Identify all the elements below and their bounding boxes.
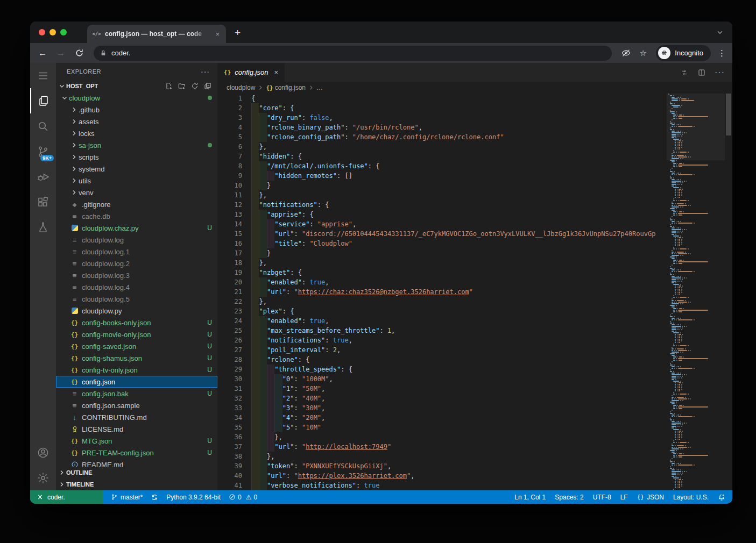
code-line-36[interactable]: 36},: [217, 432, 665, 442]
breadcrumb-folder[interactable]: cloudplow: [227, 84, 255, 91]
bookmark-star-icon[interactable]: ☆: [635, 48, 651, 58]
tree-file-config-json[interactable]: {}config.json: [56, 376, 217, 388]
code-line-21[interactable]: 21"url": "https://chaz:chaz3526@nzbget.3…: [217, 287, 665, 297]
code-line-40[interactable]: 40"url": "https://plex.3526harriet.com",: [217, 471, 665, 481]
activity-run-debug[interactable]: [30, 164, 56, 189]
code-line-33[interactable]: 33"3": "30M",: [217, 403, 665, 413]
tree-file-cloudplow-py[interactable]: cloudplow.py: [56, 305, 217, 317]
code-line-41[interactable]: 41"verbose_notifications": true: [217, 481, 665, 490]
reload-button[interactable]: [71, 48, 87, 58]
encoding-status[interactable]: UTF-8: [593, 494, 611, 501]
breadcrumb-symbol[interactable]: …: [316, 84, 323, 91]
back-button[interactable]: ←: [34, 48, 51, 58]
activity-settings[interactable]: [30, 465, 56, 490]
tab-search-chevron-icon[interactable]: [716, 28, 724, 36]
tree-file-cloudplow-log[interactable]: ≡cloudplow.log: [56, 234, 217, 246]
tree-file-pre-team-config-json[interactable]: {}PRE-TEAM-config.jsonU: [56, 447, 217, 459]
tree-file-license-md[interactable]: LICENSE.md: [56, 423, 217, 435]
eye-slash-icon[interactable]: [618, 48, 633, 58]
code-line-22[interactable]: 22},: [217, 297, 665, 306]
section-header-host-opt[interactable]: HOST_OPT: [56, 80, 217, 92]
code-lines[interactable]: 1{2"core": {3"dry_run": false,4"rclone_b…: [217, 94, 665, 490]
code-line-39[interactable]: 39"token": "PXNNXUEfYSCkUspGiiXj",: [217, 461, 665, 471]
new-file-icon[interactable]: [165, 82, 173, 90]
tree-file-config-movie-only-json[interactable]: {}config-movie-only.jsonU: [56, 328, 217, 340]
tree-file-cloudplow-chaz-py[interactable]: cloudplow.chaz.pyU: [56, 222, 217, 234]
code-line-4[interactable]: 4"rclone_binary_path": "/usr/bin/rclone"…: [217, 123, 665, 132]
code-line-16[interactable]: 16"title": "Cloudplow": [217, 239, 665, 248]
editor-more-actions-icon[interactable]: ···: [715, 68, 725, 77]
tree-file-mtg-json[interactable]: {}MTG.jsonU: [56, 435, 217, 447]
tree-file-cloudplow-log-2[interactable]: ≡cloudplow.log.2: [56, 258, 217, 269]
code-line-26[interactable]: 26"notifications": true,: [217, 335, 665, 345]
tree-folder-utils[interactable]: utils: [56, 175, 217, 187]
language-mode[interactable]: {} JSON: [637, 494, 664, 501]
tree-file-cache-db[interactable]: ≡cache.db: [56, 210, 217, 222]
tree-file--gitignore[interactable]: ◆.gitignore: [56, 198, 217, 210]
close-editor-tab-icon[interactable]: ×: [274, 68, 278, 76]
bell-icon[interactable]: [718, 494, 725, 501]
address-bar[interactable]: coder.: [94, 46, 612, 61]
tree-file-cloudplow-log-4[interactable]: ≡cloudplow.log.4: [56, 281, 217, 293]
tree-file-config-saved-json[interactable]: {}config-saved.jsonU: [56, 340, 217, 352]
code-line-20[interactable]: 20"enabled": true,: [217, 277, 665, 287]
tree-folder-sa-json[interactable]: sa-json: [56, 139, 217, 151]
code-line-19[interactable]: 19"nzbget": {: [217, 268, 665, 277]
close-tab-icon[interactable]: ×: [214, 30, 221, 38]
explorer-more-icon[interactable]: ···: [201, 67, 210, 76]
code-line-32[interactable]: 32"2": "40M",: [217, 394, 665, 403]
editor-tab-config-json[interactable]: {} config.json ×: [217, 63, 285, 82]
minimize-window-button[interactable]: [50, 29, 56, 35]
new-tab-button[interactable]: +: [235, 27, 241, 38]
tree-file-config-json-bak[interactable]: ≡config.json.bakU: [56, 388, 217, 399]
forward-button[interactable]: →: [53, 48, 69, 58]
tree-folder--github[interactable]: .github: [56, 104, 217, 116]
python-interpreter-status[interactable]: Python 3.9.2 64-bit: [166, 494, 221, 501]
minimap[interactable]: [667, 94, 725, 490]
code-line-25[interactable]: 25"max_streams_before_throttle": 1,: [217, 326, 665, 335]
code-line-12[interactable]: 12"notifications": {: [217, 200, 665, 210]
open-changes-icon[interactable]: [680, 68, 689, 77]
new-folder-icon[interactable]: [178, 82, 186, 90]
code-line-3[interactable]: 3"dry_run": false,: [217, 113, 665, 123]
code-editor[interactable]: 1{2"core": {3"dry_run": false,4"rclone_b…: [217, 94, 732, 490]
browser-tab[interactable]: </> config.json — host_opt — code ×: [87, 25, 226, 43]
tree-file-contributing-md[interactable]: ↓CONTRIBUTING.md: [56, 411, 217, 423]
tree-file-cloudplow-log-1[interactable]: ≡cloudplow.log.1: [56, 246, 217, 258]
breadcrumb-file[interactable]: config.json: [275, 84, 306, 91]
remote-indicator[interactable]: coder.: [30, 490, 103, 504]
code-line-28[interactable]: 28"rclone": {: [217, 355, 665, 365]
code-line-31[interactable]: 31"1": "50M",: [217, 384, 665, 394]
code-line-29[interactable]: 29"throttle_speeds": {: [217, 365, 665, 374]
tree-file-config-shamus-json[interactable]: {}config-shamus.jsonU: [56, 352, 217, 364]
activity-testing[interactable]: [30, 215, 56, 240]
sync-status[interactable]: [151, 494, 158, 501]
code-line-35[interactable]: 35"5": "10M": [217, 423, 665, 432]
eol-status[interactable]: LF: [620, 494, 628, 501]
timeline-section[interactable]: TIMELINE: [56, 478, 217, 490]
code-line-5[interactable]: 5"rclone_config_path": "/home/chaz/.conf…: [217, 132, 665, 142]
tree-folder-systemd[interactable]: systemd: [56, 163, 217, 175]
code-line-34[interactable]: 34"4": "20M",: [217, 413, 665, 423]
code-line-9[interactable]: 9"hidden_remotes": []: [217, 171, 665, 181]
activity-extensions[interactable]: [30, 189, 56, 215]
problems-status[interactable]: 0 ⚠ 0: [229, 494, 257, 501]
minimap-slider[interactable]: [667, 94, 725, 160]
code-line-11[interactable]: 11},: [217, 190, 665, 200]
activity-menu[interactable]: [30, 63, 56, 88]
code-line-37[interactable]: 37"url": "http://localhost:7949": [217, 442, 665, 452]
code-line-23[interactable]: 23"plex": {: [217, 306, 665, 316]
split-editor-icon[interactable]: [697, 68, 706, 77]
collapse-all-icon[interactable]: [203, 82, 212, 90]
tree-file-config-json-sample[interactable]: ≡config.json.sample: [56, 399, 217, 411]
code-line-6[interactable]: 6},: [217, 142, 665, 152]
browser-menu-icon[interactable]: ⋮: [716, 48, 728, 58]
code-line-18[interactable]: 18},: [217, 258, 665, 268]
code-line-10[interactable]: 10}: [217, 181, 665, 190]
activity-explorer[interactable]: [30, 88, 56, 113]
code-line-15[interactable]: 15"url": "discord://650104445434331137/_…: [217, 229, 665, 239]
tree-folder-cloudplow[interactable]: cloudplow: [56, 92, 217, 104]
code-line-1[interactable]: 1{: [217, 94, 665, 103]
tree-folder-scripts[interactable]: scripts: [56, 151, 217, 163]
fullscreen-window-button[interactable]: [60, 29, 67, 35]
